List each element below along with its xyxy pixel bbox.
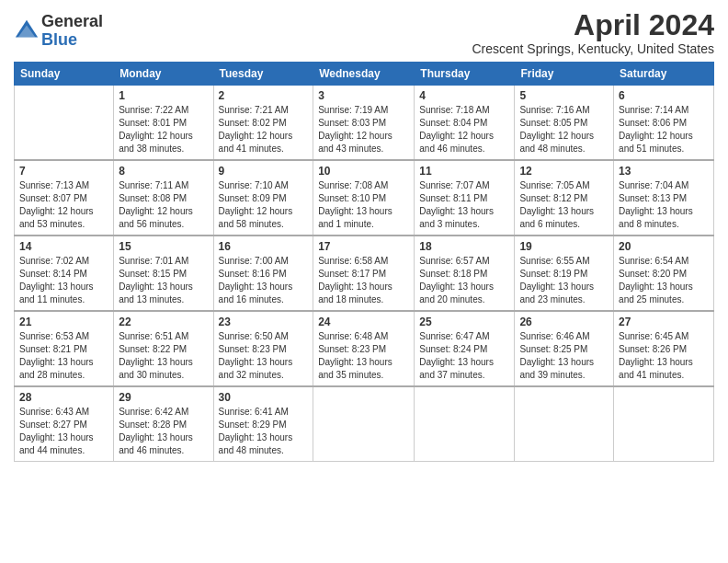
calendar-cell: 29Sunrise: 6:42 AM Sunset: 8:28 PM Dayli…	[114, 386, 213, 462]
day-number: 3	[318, 89, 409, 102]
day-info: Sunrise: 6:42 AM Sunset: 8:28 PM Dayligh…	[119, 407, 193, 455]
calendar-cell: 10Sunrise: 7:08 AM Sunset: 8:10 PM Dayli…	[313, 160, 415, 236]
calendar-week-row: 14Sunrise: 7:02 AM Sunset: 8:14 PM Dayli…	[15, 236, 714, 311]
calendar-cell	[415, 386, 515, 462]
calendar-cell: 7Sunrise: 7:13 AM Sunset: 8:07 PM Daylig…	[15, 160, 114, 236]
day-number: 25	[419, 316, 509, 328]
header-wednesday: Wednesday	[313, 63, 415, 86]
month-title: April 2024	[472, 9, 714, 41]
logo-icon	[14, 18, 40, 44]
calendar-cell: 23Sunrise: 6:50 AM Sunset: 8:23 PM Dayli…	[213, 311, 313, 386]
calendar-cell: 21Sunrise: 6:53 AM Sunset: 8:21 PM Dayli…	[15, 311, 114, 386]
day-number: 4	[419, 89, 509, 102]
calendar-cell: 2Sunrise: 7:21 AM Sunset: 8:02 PM Daylig…	[213, 86, 313, 161]
day-number: 1	[119, 89, 208, 102]
calendar-cell: 9Sunrise: 7:10 AM Sunset: 8:09 PM Daylig…	[213, 160, 313, 236]
calendar-header-row: SundayMondayTuesdayWednesdayThursdayFrid…	[15, 63, 714, 86]
logo: General Blue	[14, 13, 103, 50]
day-info: Sunrise: 7:13 AM Sunset: 8:07 PM Dayligh…	[19, 180, 94, 229]
day-info: Sunrise: 7:21 AM Sunset: 8:02 PM Dayligh…	[219, 105, 293, 154]
day-info: Sunrise: 6:57 AM Sunset: 8:18 PM Dayligh…	[419, 256, 494, 304]
header-monday: Monday	[114, 63, 213, 86]
calendar-cell: 6Sunrise: 7:14 AM Sunset: 8:06 PM Daylig…	[614, 86, 714, 161]
calendar-cell: 25Sunrise: 6:47 AM Sunset: 8:24 PM Dayli…	[415, 311, 515, 386]
day-info: Sunrise: 6:51 AM Sunset: 8:22 PM Dayligh…	[119, 331, 193, 380]
day-info: Sunrise: 6:41 AM Sunset: 8:29 PM Dayligh…	[219, 407, 293, 455]
calendar-cell: 12Sunrise: 7:05 AM Sunset: 8:12 PM Dayli…	[515, 160, 614, 236]
calendar-cell: 26Sunrise: 6:46 AM Sunset: 8:25 PM Dayli…	[515, 311, 614, 386]
day-number: 29	[119, 391, 208, 404]
day-info: Sunrise: 7:04 AM Sunset: 8:13 PM Dayligh…	[619, 180, 693, 229]
calendar-cell: 1Sunrise: 7:22 AM Sunset: 8:01 PM Daylig…	[114, 86, 213, 161]
calendar-cell: 5Sunrise: 7:16 AM Sunset: 8:05 PM Daylig…	[515, 86, 614, 161]
calendar-cell	[313, 386, 415, 462]
calendar-cell: 8Sunrise: 7:11 AM Sunset: 8:08 PM Daylig…	[114, 160, 213, 236]
calendar-week-row: 7Sunrise: 7:13 AM Sunset: 8:07 PM Daylig…	[15, 160, 714, 236]
header-tuesday: Tuesday	[213, 63, 313, 86]
calendar-cell: 19Sunrise: 6:55 AM Sunset: 8:19 PM Dayli…	[515, 236, 614, 311]
calendar-week-row: 21Sunrise: 6:53 AM Sunset: 8:21 PM Dayli…	[15, 311, 714, 386]
day-info: Sunrise: 6:50 AM Sunset: 8:23 PM Dayligh…	[219, 331, 293, 380]
day-info: Sunrise: 7:22 AM Sunset: 8:01 PM Dayligh…	[119, 105, 193, 154]
day-info: Sunrise: 6:46 AM Sunset: 8:25 PM Dayligh…	[519, 331, 594, 380]
day-number: 20	[619, 240, 709, 253]
day-number: 8	[119, 165, 208, 178]
day-number: 6	[619, 89, 709, 102]
day-info: Sunrise: 6:48 AM Sunset: 8:23 PM Dayligh…	[318, 331, 392, 380]
calendar-cell: 28Sunrise: 6:43 AM Sunset: 8:27 PM Dayli…	[15, 386, 114, 462]
day-info: Sunrise: 6:58 AM Sunset: 8:17 PM Dayligh…	[318, 256, 392, 304]
day-number: 17	[318, 240, 409, 253]
day-number: 22	[119, 316, 208, 328]
day-number: 19	[519, 240, 609, 253]
calendar-week-row: 1Sunrise: 7:22 AM Sunset: 8:01 PM Daylig…	[15, 86, 714, 161]
calendar-table: SundayMondayTuesdayWednesdayThursdayFrid…	[14, 62, 714, 462]
calendar-cell: 20Sunrise: 6:54 AM Sunset: 8:20 PM Dayli…	[614, 236, 714, 311]
day-info: Sunrise: 7:16 AM Sunset: 8:05 PM Dayligh…	[519, 105, 594, 154]
calendar-cell: 30Sunrise: 6:41 AM Sunset: 8:29 PM Dayli…	[213, 386, 313, 462]
day-info: Sunrise: 7:05 AM Sunset: 8:12 PM Dayligh…	[519, 180, 594, 229]
day-number: 30	[219, 391, 309, 404]
location-title: Crescent Springs, Kentucky, United State…	[472, 41, 714, 56]
day-number: 13	[619, 165, 709, 178]
calendar-cell: 24Sunrise: 6:48 AM Sunset: 8:23 PM Dayli…	[313, 311, 415, 386]
calendar-cell: 27Sunrise: 6:45 AM Sunset: 8:26 PM Dayli…	[614, 311, 714, 386]
day-info: Sunrise: 6:45 AM Sunset: 8:26 PM Dayligh…	[619, 331, 693, 380]
day-number: 5	[519, 89, 609, 102]
day-info: Sunrise: 7:11 AM Sunset: 8:08 PM Dayligh…	[119, 180, 193, 229]
day-number: 14	[19, 240, 108, 253]
title-area: April 2024 Crescent Springs, Kentucky, U…	[472, 9, 714, 56]
day-number: 11	[419, 165, 509, 178]
calendar-cell: 13Sunrise: 7:04 AM Sunset: 8:13 PM Dayli…	[614, 160, 714, 236]
day-number: 18	[419, 240, 509, 253]
logo-general: General	[41, 13, 103, 31]
calendar-cell: 4Sunrise: 7:18 AM Sunset: 8:04 PM Daylig…	[415, 86, 515, 161]
day-info: Sunrise: 7:10 AM Sunset: 8:09 PM Dayligh…	[219, 180, 293, 229]
day-number: 15	[119, 240, 208, 253]
calendar-cell	[15, 86, 114, 161]
day-info: Sunrise: 7:00 AM Sunset: 8:16 PM Dayligh…	[219, 256, 293, 304]
calendar-cell: 18Sunrise: 6:57 AM Sunset: 8:18 PM Dayli…	[415, 236, 515, 311]
day-info: Sunrise: 7:19 AM Sunset: 8:03 PM Dayligh…	[318, 105, 392, 154]
day-info: Sunrise: 6:54 AM Sunset: 8:20 PM Dayligh…	[619, 256, 693, 304]
day-number: 9	[219, 165, 309, 178]
day-number: 23	[219, 316, 309, 328]
header-sunday: Sunday	[15, 63, 114, 86]
page-header: General Blue April 2024 Crescent Springs…	[14, 9, 714, 56]
day-number: 2	[219, 89, 309, 102]
day-number: 7	[19, 165, 108, 178]
day-info: Sunrise: 7:02 AM Sunset: 8:14 PM Dayligh…	[19, 256, 94, 304]
day-info: Sunrise: 7:07 AM Sunset: 8:11 PM Dayligh…	[419, 180, 494, 229]
calendar-cell	[614, 386, 714, 462]
day-info: Sunrise: 7:01 AM Sunset: 8:15 PM Dayligh…	[119, 256, 193, 304]
day-number: 16	[219, 240, 309, 253]
calendar-cell: 17Sunrise: 6:58 AM Sunset: 8:17 PM Dayli…	[313, 236, 415, 311]
day-info: Sunrise: 6:53 AM Sunset: 8:21 PM Dayligh…	[19, 331, 94, 380]
day-info: Sunrise: 6:47 AM Sunset: 8:24 PM Dayligh…	[419, 331, 494, 380]
calendar-cell: 15Sunrise: 7:01 AM Sunset: 8:15 PM Dayli…	[114, 236, 213, 311]
day-number: 12	[519, 165, 609, 178]
calendar-cell: 14Sunrise: 7:02 AM Sunset: 8:14 PM Dayli…	[15, 236, 114, 311]
calendar-week-row: 28Sunrise: 6:43 AM Sunset: 8:27 PM Dayli…	[15, 386, 714, 462]
day-number: 10	[318, 165, 409, 178]
calendar-cell: 22Sunrise: 6:51 AM Sunset: 8:22 PM Dayli…	[114, 311, 213, 386]
day-number: 26	[519, 316, 609, 328]
